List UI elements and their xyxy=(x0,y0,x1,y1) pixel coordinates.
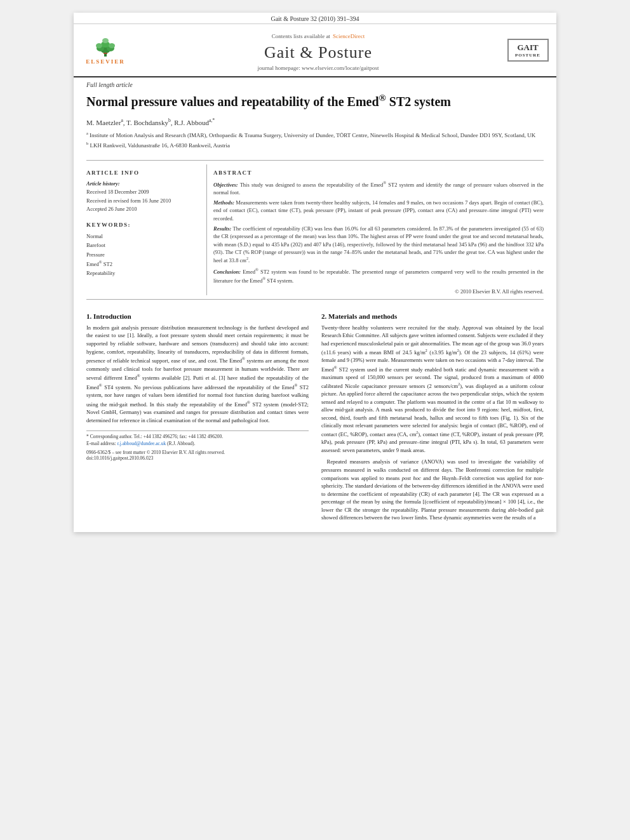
svg-point-7 xyxy=(102,38,109,43)
journal-footer: 0966-6362/$ – see front matter © 2010 El… xyxy=(86,450,309,461)
page: Gait & Posture 32 (2010) 391–394 ELSEVIE… xyxy=(74,13,556,532)
gait-posture-badge-section: GAIT POSTURE xyxy=(506,29,550,71)
article-info-abstract-section: ARTICLE INFO Article history: Received 1… xyxy=(74,164,556,295)
body-two-col: 1. Introduction In modern gait analysis … xyxy=(86,310,544,526)
abstract-methods: Methods: Measurements were taken from tw… xyxy=(213,199,544,222)
footnote-section: * Corresponding author. Tel.: +44 1382 4… xyxy=(86,430,309,447)
body-divider xyxy=(86,299,544,300)
elsevier-text: ELSEVIER xyxy=(86,58,125,65)
journal-title-section: Contents lists available at ScienceDirec… xyxy=(137,29,499,71)
svg-point-5 xyxy=(96,43,102,48)
keyword-pressure: Pressure xyxy=(86,250,200,259)
elsevier-logo: ELSEVIER xyxy=(83,34,128,66)
article-title: Normal pressure values and repeatability… xyxy=(74,90,556,115)
methods-body-text: Twenty-three healthy volunteers were rec… xyxy=(321,324,544,522)
footnote-email: E-mail address: r.j.abboud@dundee.ac.uk … xyxy=(86,441,309,448)
article-info-heading: ARTICLE INFO xyxy=(86,170,200,176)
copyright-line: © 2010 Elsevier B.V. All rights reserved… xyxy=(213,288,544,295)
introduction-column: 1. Introduction In modern gait analysis … xyxy=(86,310,309,526)
svg-rect-8 xyxy=(104,53,107,54)
footnote-corresponding: * Corresponding author. Tel.: +44 1382 4… xyxy=(86,434,309,441)
revised-date: Received in revised form 16 June 2010 xyxy=(86,197,200,206)
elsevier-tree-icon xyxy=(90,36,121,57)
badge-title: GAIT xyxy=(513,43,544,53)
received-date: Received 18 December 2009 xyxy=(86,188,200,197)
authors: M. Maetzlera, T. Bochdanskyb, R.J. Abbou… xyxy=(74,115,556,129)
article-info-column: ARTICLE INFO Article history: Received 1… xyxy=(80,164,207,295)
journal-ref-text: Gait & Posture 32 (2010) 391–394 xyxy=(271,15,359,22)
abstract-objectives: Objectives: This study was designed to a… xyxy=(213,180,544,196)
journal-header: ELSEVIER Contents lists available at Sci… xyxy=(74,24,556,77)
badge-subtitle: POSTURE xyxy=(513,53,544,58)
journal-title: Gait & Posture xyxy=(264,43,372,62)
keywords-heading: Keywords: xyxy=(86,222,200,228)
abstract-text: Objectives: This study was designed to a… xyxy=(213,180,544,295)
methods-column: 2. Materials and methods Twenty-three he… xyxy=(321,310,544,526)
keyword-repeatability: Repeatability xyxy=(86,269,200,277)
abstract-column: ABSTRACT Objectives: This study was desi… xyxy=(207,164,550,295)
affiliation-a: a Institute of Motion Analysis and Resea… xyxy=(86,131,544,140)
elsevier-logo-section: ELSEVIER xyxy=(80,29,131,71)
affiliations: a Institute of Motion Analysis and Resea… xyxy=(74,128,556,156)
methods-para-1: Twenty-three healthy volunteers were rec… xyxy=(321,324,544,455)
journal-homepage: journal homepage: www.elsevier.com/locat… xyxy=(258,65,379,71)
email-link[interactable]: r.j.abboud@dundee.ac.uk xyxy=(117,441,166,446)
doi-line: doi:10.1016/j.gaitpost.2010.06.023 xyxy=(86,455,309,461)
main-body: 1. Introduction In modern gait analysis … xyxy=(74,303,556,532)
gait-posture-badge: GAIT POSTURE xyxy=(507,39,549,62)
issn-line: 0966-6362/$ – see front matter © 2010 El… xyxy=(86,450,309,455)
section-divider xyxy=(86,160,544,161)
contents-line: Contents lists available at ScienceDirec… xyxy=(272,29,365,41)
keywords-list: Normal Barefoot Pressure Emed® ST2 Repea… xyxy=(86,232,200,278)
intro-body-text: In modern gait analysis pressure distrib… xyxy=(86,324,309,424)
history-label: Article history: xyxy=(86,180,200,189)
abstract-conclusion: Conclusion: Emed® ST2 system was found t… xyxy=(213,267,544,284)
article-type: Full length article xyxy=(74,77,556,90)
intro-para-1: In modern gait analysis pressure distrib… xyxy=(86,324,309,424)
keyword-emed: Emed® ST2 xyxy=(86,259,200,269)
intro-section-title: 1. Introduction xyxy=(86,312,309,320)
keyword-barefoot: Barefoot xyxy=(86,241,200,250)
affiliation-b: b LKH Rankweil, Valdunastraße 16, A-6830… xyxy=(86,141,544,150)
svg-point-6 xyxy=(109,43,115,48)
keyword-normal: Normal xyxy=(86,232,200,241)
accepted-date: Accepted 26 June 2010 xyxy=(86,205,200,214)
article-history: Article history: Received 18 December 20… xyxy=(86,180,200,214)
abstract-results: Results: The coefficient of repeatabilit… xyxy=(213,225,544,264)
methods-para-2: Repeated measures analysis of variance (… xyxy=(321,458,544,522)
abstract-heading: ABSTRACT xyxy=(213,170,544,176)
methods-section-title: 2. Materials and methods xyxy=(321,312,544,320)
journal-reference: Gait & Posture 32 (2010) 391–394 xyxy=(74,13,556,24)
